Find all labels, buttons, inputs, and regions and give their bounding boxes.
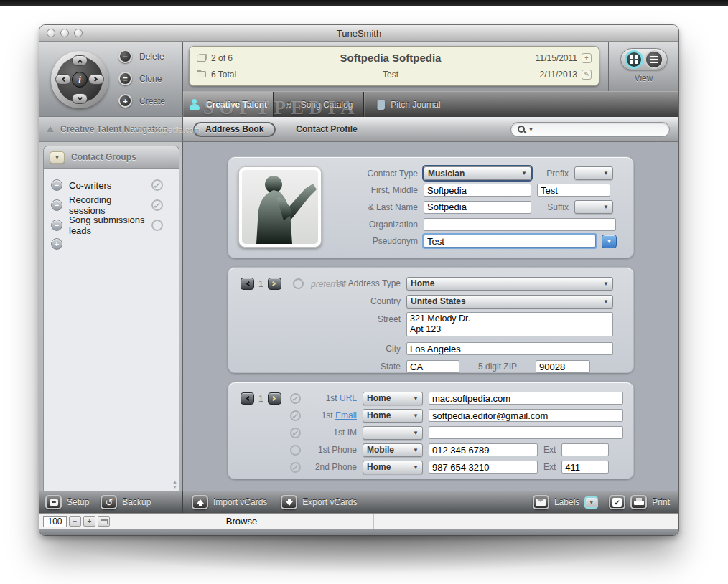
group-check-circle[interactable]: ✓: [151, 179, 164, 192]
contact-groups-header[interactable]: ▼ Contact Groups: [44, 146, 179, 169]
clone-record-button[interactable]: =: [118, 72, 132, 85]
subtab-contact-profile[interactable]: Contact Profile: [296, 124, 357, 134]
email-check-circle[interactable]: ✓: [289, 410, 301, 421]
sidebar-scrollbar[interactable]: ▲▼: [172, 479, 177, 489]
zoom-in-button[interactable]: +: [83, 516, 95, 527]
footer-right-toolbar: Import vCards Export vCards Labels Print: [183, 491, 678, 513]
im-field[interactable]: [429, 426, 623, 439]
city-field[interactable]: [406, 342, 613, 355]
organization-field[interactable]: [424, 218, 616, 231]
group-item-song-submissions-leads[interactable]: − Song submissions leads: [44, 215, 179, 235]
suffix-dropdown[interactable]: [574, 200, 613, 214]
group-item-co-writers[interactable]: − Co-writers ✓: [44, 175, 179, 195]
url-type-dropdown[interactable]: Home: [363, 392, 423, 405]
group-check-circle[interactable]: [151, 219, 164, 232]
remove-group-icon[interactable]: −: [51, 199, 62, 211]
add-group-button[interactable]: +: [51, 238, 62, 250]
nav-up-button[interactable]: [72, 55, 88, 66]
export-icon-button[interactable]: [281, 495, 297, 509]
next-contact-button[interactable]: [268, 392, 281, 405]
info-button[interactable]: i: [72, 72, 88, 88]
titlebar[interactable]: TuneSmith: [39, 25, 678, 42]
pseudonym-field[interactable]: [424, 235, 596, 248]
tab-pitch-journal[interactable]: Pitch Journal: [364, 92, 454, 117]
nav-left-button[interactable]: [55, 74, 71, 85]
backup-icon-button[interactable]: ↺: [101, 495, 117, 509]
tab-song-catalog[interactable]: ♬ Song Catalog: [274, 92, 364, 117]
email-link[interactable]: Email: [335, 410, 357, 420]
export-vcards-button[interactable]: Export vCards: [281, 495, 357, 509]
email-field[interactable]: [429, 409, 623, 422]
labels-dropdown-button[interactable]: [584, 496, 598, 509]
checklist-button[interactable]: [609, 495, 625, 509]
prev-address-button[interactable]: [241, 278, 254, 290]
import-icon-button[interactable]: [192, 495, 208, 509]
preferred-radio[interactable]: [293, 278, 304, 289]
url-link[interactable]: URL: [340, 393, 357, 403]
zoom-level[interactable]: 100: [43, 516, 67, 527]
search-scope-caret-icon[interactable]: ▼: [528, 127, 533, 132]
address-type-dropdown[interactable]: Home: [406, 277, 613, 291]
phone1-type-dropdown[interactable]: Mobile: [363, 443, 423, 457]
list-view-button[interactable]: [645, 50, 663, 69]
contact-detail-content: Contact Type Musician Prefix First, Midd…: [183, 142, 678, 491]
middle-name-field[interactable]: [537, 184, 610, 197]
nav-right-button[interactable]: [88, 74, 104, 85]
phone1-check-circle[interactable]: [290, 445, 301, 456]
delete-record-button[interactable]: −: [118, 50, 132, 63]
country-dropdown[interactable]: United States: [406, 295, 613, 309]
contact-photo[interactable]: [238, 166, 322, 248]
mode-indicator[interactable]: Browse: [110, 514, 374, 529]
im-check-circle[interactable]: ✓: [289, 427, 301, 438]
email-label: 1st Email: [307, 410, 357, 420]
nav-down-button[interactable]: [72, 93, 88, 104]
phone2-type-dropdown[interactable]: Home: [363, 461, 423, 474]
contact-type-dropdown[interactable]: Musician: [424, 166, 531, 180]
backup-button[interactable]: ↺ Backup: [101, 495, 151, 509]
print-button[interactable]: [630, 495, 647, 509]
subtab-address-book[interactable]: Address Book: [193, 122, 276, 137]
first-name-field[interactable]: [424, 184, 531, 197]
zip-field[interactable]: [536, 360, 590, 373]
search-field[interactable]: ▼: [510, 122, 670, 137]
remove-group-icon[interactable]: −: [51, 179, 62, 191]
phone2-ext-field[interactable]: [561, 461, 609, 474]
tab-creative-talent[interactable]: Creative Talent: [183, 92, 274, 117]
disclosure-button[interactable]: ▼: [50, 151, 65, 164]
chevron-down-icon: [77, 95, 82, 100]
layout-mode-button[interactable]: [98, 516, 110, 527]
email-type-value: Home: [367, 410, 391, 420]
sidebar-nav-header[interactable]: Creative Talent Navigation: [39, 117, 183, 142]
zoom-window-button[interactable]: [74, 29, 83, 37]
street-field[interactable]: 321 Melody Dr. Apt 123: [406, 312, 613, 336]
group-item-recording-sessions[interactable]: − Recording sessions ✓: [44, 195, 179, 215]
setup-icon-button[interactable]: [45, 495, 62, 509]
phone2-check-circle[interactable]: ✓: [289, 461, 301, 473]
setup-button[interactable]: Setup: [45, 495, 89, 509]
state-field[interactable]: [406, 360, 459, 373]
phone2-field[interactable]: [429, 461, 538, 474]
email-type-dropdown[interactable]: Home: [363, 409, 423, 423]
next-address-button[interactable]: [268, 278, 281, 290]
contact-index: 1: [258, 394, 263, 404]
phone1-ext-field[interactable]: [561, 443, 609, 456]
prefix-dropdown[interactable]: [574, 166, 613, 180]
remove-group-icon[interactable]: −: [51, 220, 62, 231]
print-label: Print: [652, 497, 670, 507]
zoom-out-button[interactable]: −: [69, 516, 81, 527]
close-window-button[interactable]: [47, 29, 55, 37]
url-field[interactable]: [429, 392, 623, 405]
last-name-field[interactable]: [424, 201, 531, 214]
url-check-circle[interactable]: ✓: [289, 392, 301, 404]
phone1-field[interactable]: [429, 443, 538, 456]
im-type-dropdown[interactable]: [363, 426, 423, 440]
minimize-window-button[interactable]: [60, 29, 69, 37]
contact-groups-header-label: Contact Groups: [71, 152, 136, 162]
import-vcards-button[interactable]: Import vCards: [192, 495, 267, 509]
pseudonym-dropdown-button[interactable]: [602, 235, 617, 248]
create-record-button[interactable]: +: [118, 94, 132, 108]
prev-contact-button[interactable]: [241, 392, 254, 405]
form-view-button[interactable]: [625, 50, 643, 69]
group-check-circle[interactable]: ✓: [151, 199, 164, 212]
labels-button[interactable]: [533, 495, 549, 509]
